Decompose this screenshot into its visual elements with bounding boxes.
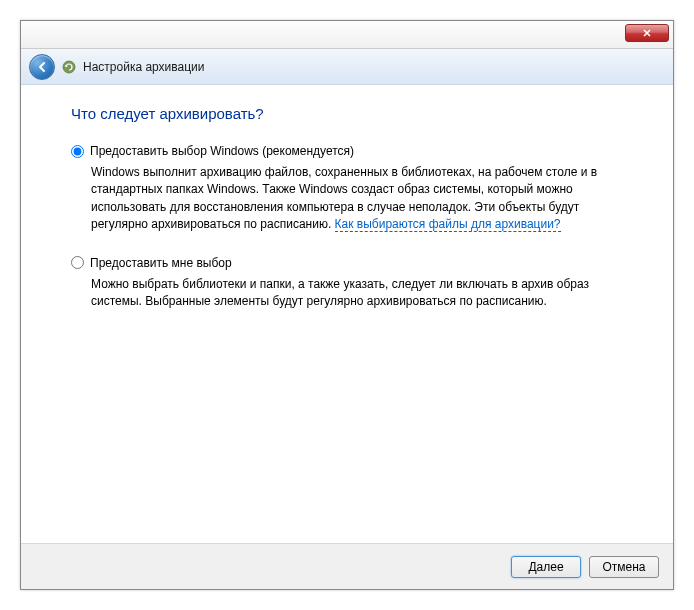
option-description: Windows выполнит архивацию файлов, сохра… bbox=[91, 164, 633, 234]
option-description: Можно выбрать библиотеки и папки, а такж… bbox=[91, 276, 633, 311]
option-radio-group[interactable]: Предоставить мне выбор bbox=[71, 256, 633, 270]
arrow-left-icon bbox=[35, 60, 49, 74]
header-bar: Настройка архивации bbox=[21, 49, 673, 85]
close-icon bbox=[642, 28, 652, 38]
page-title: Что следует архивировать? bbox=[71, 105, 633, 122]
svg-point-0 bbox=[63, 61, 75, 73]
option-radio-group[interactable]: Предоставить выбор Windows (рекомендуетс… bbox=[71, 144, 633, 158]
option-let-windows-choose: Предоставить выбор Windows (рекомендуетс… bbox=[71, 144, 633, 234]
dialog-window: Настройка архивации Что следует архивиро… bbox=[20, 20, 674, 590]
close-button[interactable] bbox=[625, 24, 669, 42]
next-button[interactable]: Далее bbox=[511, 556, 581, 578]
radio-me-choose[interactable] bbox=[71, 256, 84, 269]
titlebar bbox=[21, 21, 673, 49]
content-area: Что следует архивировать? Предоставить в… bbox=[21, 85, 673, 310]
cancel-button[interactable]: Отмена bbox=[589, 556, 659, 578]
header-title: Настройка архивации bbox=[83, 60, 205, 74]
option-label: Предоставить мне выбор bbox=[90, 256, 232, 270]
backup-icon bbox=[61, 59, 77, 75]
back-button[interactable] bbox=[29, 54, 55, 80]
option-let-me-choose: Предоставить мне выбор Можно выбрать биб… bbox=[71, 256, 633, 311]
footer-bar: Далее Отмена bbox=[21, 543, 673, 589]
radio-windows-choose[interactable] bbox=[71, 145, 84, 158]
help-link-file-selection[interactable]: Как выбираются файлы для архивации? bbox=[335, 217, 561, 232]
option-label: Предоставить выбор Windows (рекомендуетс… bbox=[90, 144, 354, 158]
